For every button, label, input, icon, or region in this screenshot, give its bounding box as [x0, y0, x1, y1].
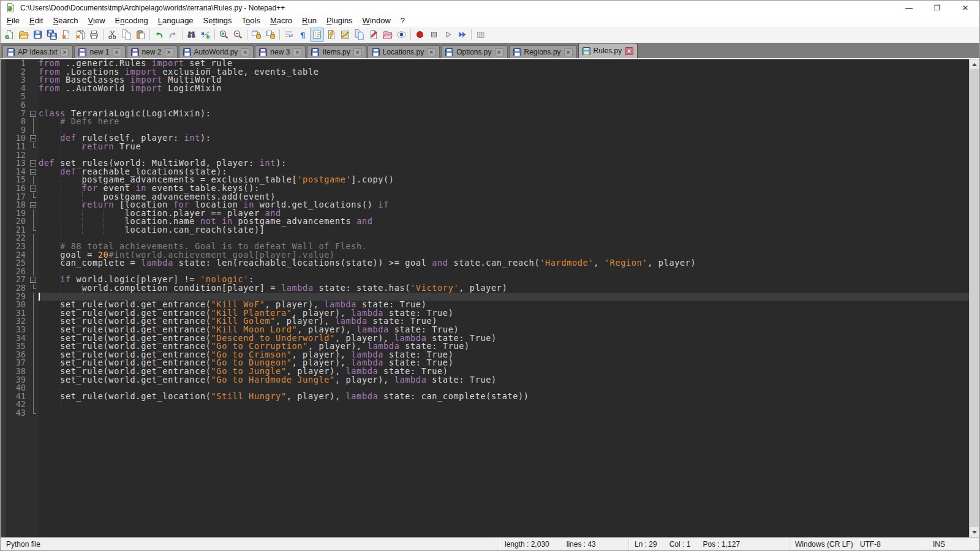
fold-collapse-icon[interactable]: – — [30, 202, 36, 208]
folder-as-workspace-button[interactable] — [380, 28, 394, 42]
bookmark-cell[interactable] — [1, 110, 6, 118]
tab-locations-py[interactable]: Locations.py× — [368, 45, 440, 58]
bookmark-cell[interactable] — [1, 84, 6, 93]
bookmark-cell[interactable] — [1, 176, 6, 184]
bookmark-cell[interactable] — [1, 184, 6, 193]
bookmark-cell[interactable] — [1, 126, 6, 135]
bookmark-cell[interactable] — [1, 251, 6, 260]
bookmark-cell[interactable] — [1, 284, 6, 293]
sync-vertical-scroll-button[interactable] — [249, 28, 263, 42]
tab-close-icon[interactable]: × — [625, 47, 633, 55]
bookmark-cell[interactable] — [1, 234, 6, 242]
menu-item-encoding[interactable]: Encoding — [110, 15, 153, 27]
tab-items-py[interactable]: Items.py× — [307, 45, 366, 58]
tab-new-1[interactable]: new 1× — [74, 45, 125, 58]
bookmark-cell[interactable] — [1, 159, 6, 168]
close-all-button[interactable] — [73, 28, 87, 42]
cut-button[interactable] — [105, 28, 119, 42]
macro-record-button[interactable] — [413, 28, 427, 42]
bookmark-cell[interactable] — [1, 259, 6, 268]
bookmark-cell[interactable] — [1, 376, 6, 384]
bookmark-cell[interactable] — [1, 342, 6, 351]
close-button[interactable]: ✕ — [951, 1, 979, 15]
menu-item-window[interactable]: Window — [358, 15, 396, 27]
bookmark-cell[interactable] — [1, 359, 6, 367]
fold-collapse-icon[interactable]: – — [30, 169, 36, 175]
menu-item-run[interactable]: Run — [297, 15, 322, 27]
menu-item-macro[interactable]: Macro — [265, 15, 297, 27]
bookmark-cell[interactable] — [1, 334, 6, 343]
fold-collapse-icon[interactable]: – — [30, 160, 36, 167]
copy-button[interactable] — [119, 28, 134, 42]
document-list-button[interactable] — [352, 28, 366, 42]
tab-close-icon[interactable]: × — [427, 48, 435, 56]
menu-item-language[interactable]: Language — [153, 15, 198, 27]
fold-collapse-icon[interactable]: – — [30, 186, 36, 192]
replace-button[interactable]: ab — [198, 28, 213, 42]
document-map-button[interactable] — [338, 28, 352, 42]
new-file-button[interactable] — [2, 28, 17, 42]
bookmark-cell[interactable] — [1, 242, 6, 251]
tab-regions-py[interactable]: Regions.py× — [509, 45, 577, 58]
bookmark-cell[interactable] — [1, 351, 6, 359]
bookmark-cell[interactable] — [1, 151, 6, 160]
bookmark-cell[interactable] — [1, 392, 6, 401]
tab-close-icon[interactable]: × — [241, 48, 249, 56]
bookmark-cell[interactable] — [1, 209, 6, 218]
bookmark-cell[interactable] — [1, 217, 6, 226]
tab-close-icon[interactable]: × — [293, 48, 301, 56]
maximize-button[interactable]: ❐ — [923, 1, 951, 15]
macro-save-button[interactable] — [473, 28, 488, 42]
zoom-out-button[interactable] — [231, 28, 245, 42]
tab-close-icon[interactable]: × — [113, 48, 121, 56]
fold-collapse-icon[interactable]: – — [30, 111, 36, 117]
bookmark-cell[interactable] — [1, 367, 6, 376]
bookmark-cell[interactable] — [1, 92, 6, 101]
bookmark-cell[interactable] — [1, 76, 6, 84]
print-button[interactable] — [87, 28, 101, 42]
bookmark-cell[interactable] — [1, 268, 6, 276]
tab-autoworld-py[interactable]: AutoWorld.py× — [179, 45, 254, 58]
redo-button[interactable] — [166, 28, 180, 42]
menu-item-settings[interactable]: Settings — [198, 15, 237, 27]
fold-collapse-icon[interactable]: – — [30, 277, 36, 283]
bookmark-cell[interactable] — [1, 226, 6, 234]
vertical-scrollbar[interactable] — [969, 59, 979, 538]
word-wrap-button[interactable] — [282, 28, 296, 42]
bookmark-cell[interactable] — [1, 317, 6, 326]
bookmark-cell[interactable] — [1, 326, 6, 334]
sync-horizontal-scroll-button[interactable] — [263, 28, 277, 42]
tab-rules-py[interactable]: Rules.py× — [578, 43, 638, 58]
scroll-down-arrow-icon[interactable] — [970, 527, 979, 537]
save-button[interactable] — [31, 28, 45, 42]
bookmark-cell[interactable] — [1, 59, 6, 68]
tab-close-icon[interactable]: × — [495, 48, 503, 56]
bookmark-cell[interactable] — [1, 409, 6, 418]
bookmark-cell[interactable] — [1, 400, 6, 409]
menu-item-plugins[interactable]: Plugins — [322, 15, 358, 27]
tab-new-2[interactable]: new 2× — [127, 45, 178, 58]
status-insert-mode[interactable]: INS — [927, 538, 979, 550]
indent-guide-button[interactable] — [310, 28, 324, 42]
tab-close-icon[interactable]: × — [564, 48, 573, 56]
fold-collapse-icon[interactable]: – — [30, 135, 36, 141]
undo-button[interactable] — [152, 28, 166, 42]
bookmark-cell[interactable] — [1, 134, 6, 143]
status-encoding[interactable]: UTF-8 — [854, 538, 927, 550]
menu-item-item[interactable]: ? — [396, 15, 410, 27]
menu-item-view[interactable]: View — [83, 15, 110, 27]
close-button[interactable] — [59, 28, 73, 42]
function-list-button[interactable] — [324, 28, 338, 42]
zoom-in-button[interactable] — [217, 28, 231, 42]
save-all-button[interactable] — [45, 28, 59, 42]
bookmark-cell[interactable] — [1, 101, 6, 110]
bookmark-cell[interactable] — [1, 68, 6, 77]
menu-item-search[interactable]: Search — [48, 15, 83, 27]
tab-ap-ideas-txt[interactable]: AP Ideas.txt× — [2, 45, 73, 58]
bookmark-cell[interactable] — [1, 193, 6, 201]
find-button[interactable] — [184, 28, 198, 42]
bookmark-cell[interactable] — [1, 293, 6, 301]
bookmark-cell[interactable] — [1, 301, 6, 309]
tab-new-3[interactable]: new 3× — [255, 45, 306, 58]
bookmark-cell[interactable] — [1, 309, 6, 318]
